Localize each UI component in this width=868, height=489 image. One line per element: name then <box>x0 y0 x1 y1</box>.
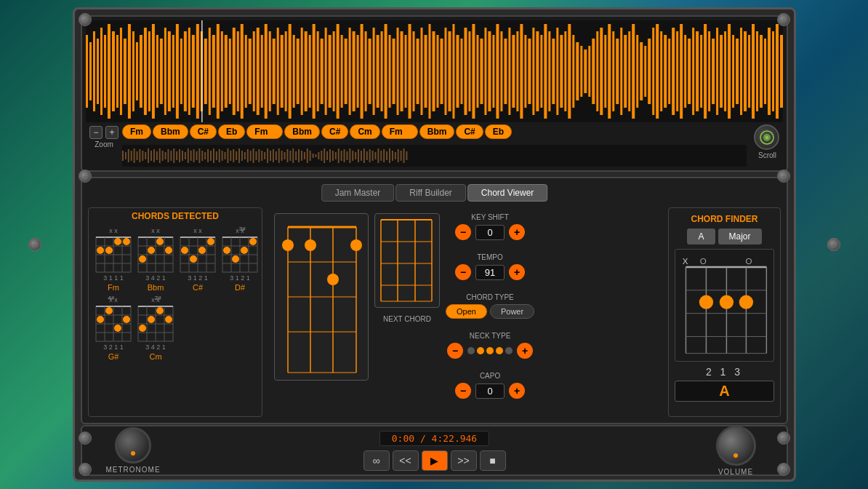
chord-item-gsharp1[interactable]: x x 4# 3 2 1 <box>95 296 132 361</box>
svg-rect-206 <box>193 149 195 162</box>
svg-rect-253 <box>326 151 328 160</box>
chord-pill-10[interactable]: C# <box>456 124 483 139</box>
svg-rect-159 <box>716 28 718 115</box>
chord-pill-6[interactable]: C# <box>321 124 348 139</box>
waveform-mini[interactable] <box>122 145 747 167</box>
chord-pill-7[interactable]: Cm <box>350 124 379 139</box>
svg-rect-171 <box>764 39 766 104</box>
svg-rect-123 <box>572 35 574 108</box>
svg-rect-237 <box>281 151 283 161</box>
chord-fret-bbm1: 3 4 2 1 <box>145 274 166 282</box>
chord-pill-1[interactable]: Bbm <box>153 124 188 139</box>
svg-point-340 <box>114 325 121 332</box>
svg-rect-188 <box>142 151 143 161</box>
chord-item-csharp1[interactable]: x x 3 1 2 1 <box>179 227 217 292</box>
svg-rect-135 <box>620 28 622 115</box>
chord-pill-9[interactable]: Bbm <box>419 124 455 139</box>
volume-knob[interactable] <box>716 426 756 466</box>
svg-rect-143 <box>652 28 654 115</box>
tab-riff-builder[interactable]: Riff Builder <box>395 184 465 202</box>
waveform-main[interactable] <box>86 20 783 122</box>
svg-rect-218 <box>227 148 228 163</box>
stop-button[interactable]: ■ <box>480 450 506 471</box>
tab-chord-viewer[interactable]: Chord Viewer <box>467 184 547 202</box>
chord-pill-2[interactable]: C# <box>190 124 217 139</box>
neck-type-decrement[interactable]: − <box>447 343 463 359</box>
chord-pill-0[interactable]: Fm <box>122 124 151 139</box>
svg-text:X: X <box>683 257 688 266</box>
svg-rect-146 <box>664 35 667 108</box>
svg-rect-145 <box>660 31 662 111</box>
svg-point-303 <box>148 247 155 254</box>
tempo-value: 91 <box>475 265 505 280</box>
chord-type-open[interactable]: Open <box>446 304 487 319</box>
svg-rect-89 <box>436 35 438 108</box>
finder-chord-name[interactable]: A <box>675 381 774 402</box>
svg-rect-29 <box>196 24 199 119</box>
svg-rect-183 <box>128 149 129 162</box>
chord-item-bbm1[interactable]: x x 3 4 2 1 <box>137 227 174 292</box>
svg-point-326 <box>223 247 230 254</box>
key-shift-increment[interactable]: + <box>509 224 525 240</box>
chord-name-csharp1: C# <box>193 283 203 292</box>
chord-type-power[interactable]: Power <box>490 304 534 319</box>
key-shift-control: KEY SHIFT − 0 + <box>446 213 534 240</box>
svg-rect-36 <box>225 35 228 108</box>
svg-rect-98 <box>472 24 475 119</box>
svg-rect-272 <box>380 151 382 161</box>
svg-rect-107 <box>508 28 510 115</box>
scroll-button[interactable] <box>754 124 779 150</box>
zoom-out-button[interactable]: − <box>89 126 103 139</box>
capo-increment[interactable]: + <box>509 383 525 399</box>
chord-finder-quality[interactable]: Major <box>718 228 762 244</box>
chord-item-cm1[interactable]: x x 2# 3 4 2 <box>137 296 174 361</box>
play-button[interactable]: ▶ <box>422 450 448 471</box>
svg-rect-139 <box>636 35 638 108</box>
tab-jam-master[interactable]: Jam Master <box>321 184 395 202</box>
chord-pill-3[interactable]: Eb <box>218 124 245 139</box>
chord-pill-5[interactable]: Bbm <box>284 124 320 139</box>
svg-rect-144 <box>656 24 659 119</box>
svg-rect-243 <box>298 149 300 162</box>
svg-rect-104 <box>496 24 499 119</box>
chord-item-fm1[interactable]: x x 3 1 1 1 <box>95 227 132 292</box>
neck-type-increment[interactable]: + <box>517 343 533 359</box>
neck-type-label: NECK TYPE <box>446 332 534 340</box>
svg-rect-264 <box>358 149 359 162</box>
volume-label: VOLUME <box>718 468 753 476</box>
svg-rect-78 <box>393 39 395 104</box>
key-shift-decrement[interactable]: − <box>455 224 471 240</box>
chord-pill-11[interactable]: Eb <box>485 124 512 139</box>
rewind-button[interactable]: << <box>393 450 419 471</box>
svg-rect-254 <box>329 149 331 162</box>
chord-pill-4[interactable]: Fm <box>246 124 283 139</box>
svg-rect-234 <box>273 149 274 162</box>
svg-point-366 <box>350 239 362 251</box>
svg-rect-95 <box>460 39 462 104</box>
svg-point-329 <box>249 238 257 245</box>
svg-rect-18 <box>152 24 155 119</box>
svg-rect-281 <box>406 151 407 160</box>
forward-button[interactable]: >> <box>451 450 477 471</box>
svg-rect-32 <box>209 28 211 115</box>
svg-rect-155 <box>700 35 702 108</box>
tempo-increment[interactable]: + <box>509 264 525 280</box>
svg-rect-106 <box>504 39 507 104</box>
svg-rect-205 <box>190 151 192 161</box>
svg-rect-248 <box>313 154 314 158</box>
svg-rect-161 <box>724 31 726 111</box>
svg-rect-79 <box>397 28 399 115</box>
tempo-decrement[interactable]: − <box>455 264 471 280</box>
chord-pill-8[interactable]: Fm <box>382 124 418 139</box>
metronome-knob[interactable] <box>115 427 151 464</box>
chord-name-fm1: Fm <box>108 283 119 292</box>
zoom-in-button[interactable]: + <box>105 126 118 139</box>
svg-point-290 <box>97 247 104 254</box>
svg-rect-92 <box>448 31 451 111</box>
capo-decrement[interactable]: − <box>455 383 471 399</box>
chord-finder-key[interactable]: A <box>687 228 715 244</box>
chord-item-dsharp1[interactable]: x x 3# 3 1 2 <box>221 227 259 292</box>
loop-button[interactable]: ∞ <box>363 450 390 471</box>
svg-rect-120 <box>560 35 563 108</box>
svg-rect-83 <box>413 31 415 111</box>
